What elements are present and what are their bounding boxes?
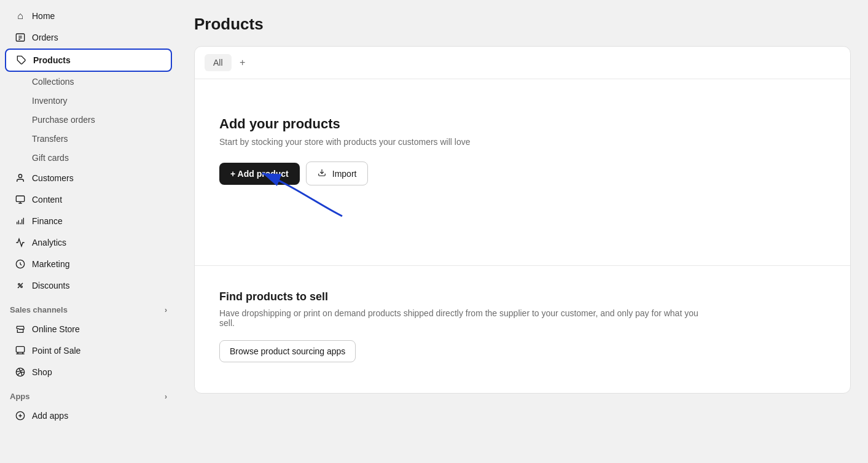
find-products-title: Find products to sell — [219, 290, 826, 303]
sidebar-item-online-store[interactable]: Online Store — [5, 319, 172, 340]
svg-rect-6 — [16, 196, 24, 201]
apps-section: Apps › — [0, 383, 177, 405]
products-icon — [16, 55, 27, 66]
sidebar-item-products[interactable]: Products — [5, 49, 172, 72]
sales-channels-section: Sales channels › — [0, 297, 177, 318]
analytics-icon — [15, 237, 26, 248]
home-icon: ⌂ — [15, 10, 26, 21]
marketing-icon — [15, 259, 26, 270]
sidebar-item-inventory[interactable]: Inventory — [5, 91, 172, 110]
point-of-sale-icon — [15, 345, 26, 356]
main-content: Products All + Add your products Start b… — [177, 0, 868, 463]
finance-icon — [15, 216, 26, 227]
sidebar-item-home[interactable]: ⌂ Home — [5, 6, 172, 26]
sidebar-item-collections[interactable]: Collections — [5, 72, 172, 91]
sidebar-item-purchase-orders[interactable]: Purchase orders — [5, 111, 172, 129]
add-apps-icon — [15, 410, 26, 421]
customers-icon — [15, 173, 26, 184]
tabs-bar: All + — [195, 47, 850, 79]
empty-state-subtitle: Start by stocking your store with produc… — [219, 137, 471, 147]
arrow-annotation — [244, 167, 367, 222]
find-products-subtitle: Have dropshipping or print on demand pro… — [219, 308, 711, 328]
sidebar-item-customers[interactable]: Customers — [5, 168, 172, 189]
shop-icon — [15, 367, 26, 378]
sidebar-item-analytics[interactable]: Analytics — [5, 232, 172, 253]
sidebar-item-content[interactable]: Content — [5, 189, 172, 210]
browse-sourcing-apps-button[interactable]: Browse product sourcing apps — [219, 340, 356, 362]
arrow-container — [219, 185, 826, 235]
tab-add-button[interactable]: + — [234, 54, 251, 71]
sidebar-item-shop[interactable]: Shop — [5, 362, 172, 383]
sidebar: ⌂ Home Orders Products Collections Inven… — [0, 0, 177, 463]
sidebar-item-discounts[interactable]: Discounts — [5, 275, 172, 296]
svg-point-13 — [18, 284, 20, 286]
sidebar-item-marketing[interactable]: Marketing — [5, 254, 172, 274]
sidebar-item-orders[interactable]: Orders — [5, 27, 172, 48]
content-icon — [15, 194, 26, 205]
sidebar-item-add-apps[interactable]: Add apps — [5, 405, 172, 426]
products-card: All + Add your products Start by stockin… — [194, 46, 851, 394]
add-products-section: Add your products Start by stocking your… — [195, 79, 850, 265]
apps-chevron-icon: › — [165, 392, 167, 401]
svg-point-5 — [18, 174, 22, 177]
sidebar-item-finance[interactable]: Finance — [5, 211, 172, 231]
svg-rect-15 — [16, 346, 24, 352]
sidebar-item-point-of-sale[interactable]: Point of Sale — [5, 340, 172, 361]
discounts-icon — [15, 280, 26, 291]
find-products-section: Find products to sell Have dropshipping … — [195, 266, 850, 393]
page-title: Products — [194, 15, 851, 34]
svg-point-14 — [21, 286, 23, 288]
browse-sourcing-label: Browse product sourcing apps — [230, 346, 345, 356]
sidebar-item-gift-cards[interactable]: Gift cards — [5, 149, 172, 167]
chevron-right-icon: › — [165, 306, 167, 314]
tab-all[interactable]: All — [205, 54, 232, 71]
sidebar-item-transfers[interactable]: Transfers — [5, 130, 172, 148]
empty-state-title: Add your products — [219, 116, 340, 132]
online-store-icon — [15, 324, 26, 335]
orders-icon — [15, 32, 26, 43]
